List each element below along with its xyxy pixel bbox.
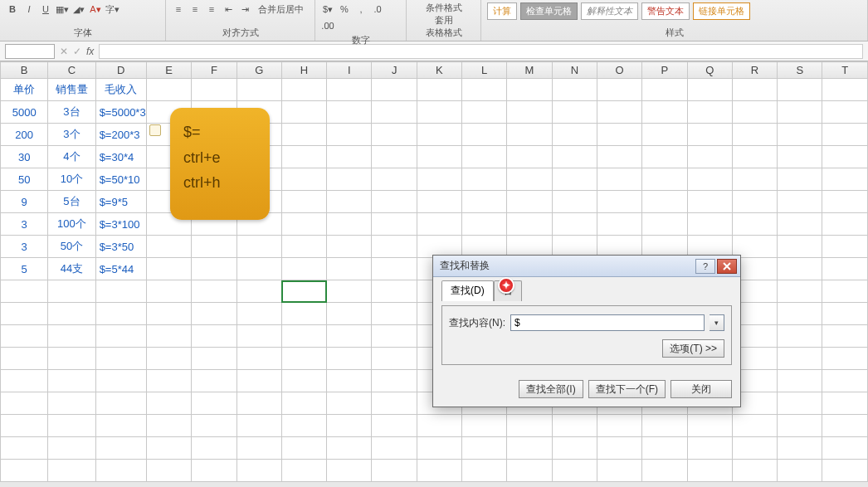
cell[interactable] xyxy=(687,213,732,236)
cell[interactable]: $=200*3 xyxy=(95,124,146,146)
cell[interactable] xyxy=(95,460,146,482)
cell[interactable] xyxy=(147,370,192,392)
cell[interactable] xyxy=(281,437,326,460)
cell[interactable] xyxy=(327,370,372,392)
cell[interactable] xyxy=(417,79,461,101)
cell[interactable] xyxy=(597,124,641,146)
cell[interactable] xyxy=(147,325,192,348)
cell[interactable] xyxy=(372,168,417,191)
cell[interactable] xyxy=(687,415,732,437)
cell[interactable] xyxy=(327,280,372,303)
cell[interactable] xyxy=(327,213,372,236)
merge-center-button[interactable]: 合并后居中 xyxy=(254,2,308,17)
cell[interactable] xyxy=(822,258,868,280)
cell[interactable] xyxy=(507,460,552,482)
fill-color-button[interactable]: ◢▾ xyxy=(71,2,86,17)
cell[interactable] xyxy=(822,392,868,415)
cell[interactable] xyxy=(732,415,777,437)
cell[interactable] xyxy=(372,280,417,303)
cell[interactable] xyxy=(48,415,95,437)
cell[interactable] xyxy=(327,79,372,101)
cell[interactable] xyxy=(237,280,281,303)
cell[interactable] xyxy=(372,191,417,213)
cell[interactable] xyxy=(237,415,281,437)
cell[interactable] xyxy=(48,392,95,415)
cell[interactable] xyxy=(95,437,146,460)
cell[interactable] xyxy=(778,460,822,482)
column-header[interactable]: J xyxy=(372,62,417,79)
cell[interactable] xyxy=(822,168,868,191)
cell[interactable]: 3 xyxy=(1,236,48,258)
font-color-button[interactable]: A▾ xyxy=(88,2,103,17)
cell[interactable]: $=3*100 xyxy=(95,213,146,236)
cell[interactable] xyxy=(597,168,641,191)
accept-formula-icon[interactable]: ✓ xyxy=(73,46,81,57)
cell[interactable] xyxy=(778,146,822,168)
cell[interactable] xyxy=(732,191,777,213)
cell[interactable] xyxy=(822,370,868,392)
cell[interactable] xyxy=(372,146,417,168)
cell[interactable] xyxy=(281,325,326,348)
cell[interactable] xyxy=(237,392,281,415)
cell[interactable] xyxy=(48,370,95,392)
cell[interactable] xyxy=(687,101,732,124)
column-header[interactable]: K xyxy=(417,62,461,79)
cell[interactable] xyxy=(732,460,777,482)
cell[interactable] xyxy=(822,191,868,213)
cell[interactable] xyxy=(237,325,281,348)
close-button[interactable]: 关闭 xyxy=(671,380,732,398)
cell[interactable] xyxy=(281,213,326,236)
comma-button[interactable]: , xyxy=(354,2,368,17)
cell[interactable] xyxy=(822,437,868,460)
cell[interactable] xyxy=(327,258,372,280)
cell[interactable] xyxy=(597,415,641,437)
cell[interactable] xyxy=(822,348,868,370)
cell[interactable] xyxy=(372,303,417,325)
cell[interactable] xyxy=(687,146,732,168)
cell[interactable] xyxy=(507,191,552,213)
cell[interactable]: 毛收入 xyxy=(95,79,146,101)
cell[interactable] xyxy=(147,415,192,437)
cell[interactable] xyxy=(281,370,326,392)
cell[interactable] xyxy=(642,191,687,213)
cell[interactable] xyxy=(372,79,417,101)
cell[interactable] xyxy=(147,392,192,415)
column-header[interactable]: H xyxy=(281,62,326,79)
cell-styles-gallery[interactable]: 计算检查单元格解释性文本警告文本链接单元格 xyxy=(486,2,862,21)
cell[interactable] xyxy=(552,415,597,437)
cell[interactable]: 9 xyxy=(1,191,48,213)
cell[interactable] xyxy=(372,258,417,280)
cell[interactable] xyxy=(237,258,281,280)
cell[interactable] xyxy=(147,79,192,101)
tab-find[interactable]: 查找(D) xyxy=(441,280,494,301)
cell[interactable] xyxy=(372,370,417,392)
options-button[interactable]: 选项(T) >> xyxy=(662,339,724,358)
cell[interactable] xyxy=(822,280,868,303)
cell[interactable] xyxy=(778,303,822,325)
cell[interactable] xyxy=(327,437,372,460)
cell[interactable] xyxy=(417,168,461,191)
cell[interactable] xyxy=(597,101,641,124)
cell[interactable]: 销售量 xyxy=(48,79,95,101)
cell[interactable] xyxy=(417,437,461,460)
cell[interactable] xyxy=(822,213,868,236)
column-header[interactable]: S xyxy=(778,62,822,79)
cell[interactable] xyxy=(462,460,507,482)
cell[interactable] xyxy=(552,437,597,460)
cell[interactable]: 3台 xyxy=(48,101,95,124)
cell[interactable] xyxy=(552,460,597,482)
cell[interactable] xyxy=(372,415,417,437)
cell[interactable] xyxy=(687,437,732,460)
cell[interactable] xyxy=(1,415,48,437)
percent-button[interactable]: % xyxy=(337,2,352,17)
cell[interactable]: 44支 xyxy=(48,258,95,280)
cell[interactable] xyxy=(372,348,417,370)
cell[interactable] xyxy=(778,124,822,146)
cell[interactable] xyxy=(778,101,822,124)
cell[interactable] xyxy=(732,79,777,101)
cell[interactable] xyxy=(372,124,417,146)
cell[interactable] xyxy=(822,79,868,101)
cell[interactable] xyxy=(237,437,281,460)
cell[interactable] xyxy=(237,303,281,325)
cell[interactable] xyxy=(822,415,868,437)
